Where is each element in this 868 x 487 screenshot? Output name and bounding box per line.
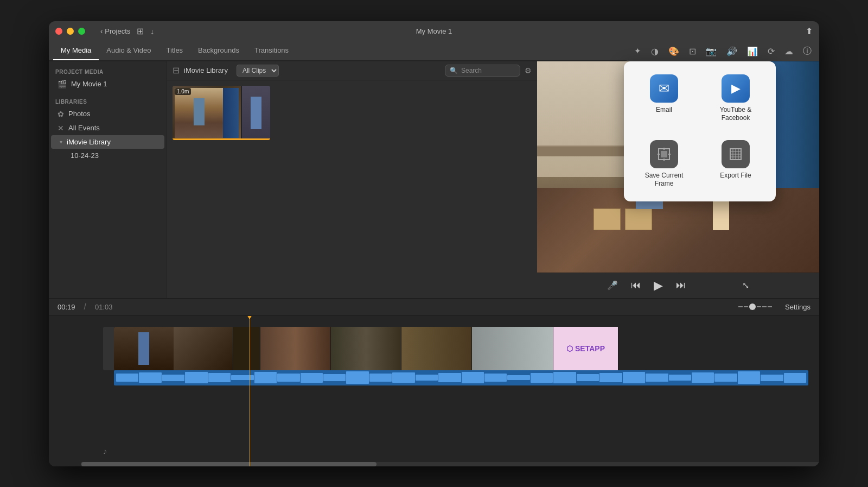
close-button[interactable] [55, 28, 62, 35]
wave-bar [346, 371, 368, 384]
video-track[interactable]: ⬡ SETAPP [114, 327, 808, 370]
back-button[interactable]: ‹ Projects [100, 27, 130, 35]
music-icon-area: ♪ [103, 447, 107, 456]
sidebar-my-movie-label: My Movie 1 [71, 80, 107, 88]
search-input[interactable] [461, 67, 515, 74]
sidebar-item-photos[interactable]: ✿ Photos [51, 107, 164, 121]
search-icon: 🔍 [450, 67, 458, 74]
sidebar-toggle-icon[interactable]: ⊟ [173, 65, 180, 75]
title-bar-right: ⬆ [806, 26, 813, 36]
timeline-header: 00:19 / 01:03 Settings [49, 299, 819, 316]
share-button[interactable]: ⬆ [806, 26, 813, 36]
clip-selection-bar [173, 138, 270, 140]
maximize-button[interactable] [78, 28, 85, 35]
sidebar-item-date[interactable]: 10-24-23 [51, 149, 164, 162]
audio-track [114, 370, 808, 385]
clip-thumbnail[interactable]: 1.0m [173, 86, 270, 140]
overlay-icon[interactable]: ☁ [783, 45, 794, 58]
share-export-label: Export File [720, 172, 751, 180]
color-wheel-icon[interactable]: ◑ [650, 45, 660, 58]
zoom-dash-5 [768, 306, 772, 307]
clip-duration-badge: 1.0m [175, 88, 191, 95]
wave-bar [484, 374, 507, 381]
wave-bar [577, 374, 599, 381]
wave-bar [669, 375, 691, 381]
expand-icon[interactable]: ⤡ [742, 280, 749, 290]
microphone-icon[interactable]: 🎤 [607, 280, 618, 290]
tab-my-media[interactable]: My Media [53, 42, 99, 60]
scrollbar-thumb[interactable] [81, 462, 376, 466]
wave-bar [323, 374, 346, 381]
preview-controls: 🎤 ⏮ ▶ ⏭ ⤡ [537, 273, 819, 298]
audio-waveform [114, 370, 808, 385]
info-icon[interactable]: ⓘ [802, 45, 813, 58]
film-icon: 🎬 [58, 80, 67, 88]
setapp-logo: ⬡ SETAPP [566, 344, 605, 353]
speedometer-icon[interactable]: ⟳ [767, 45, 776, 58]
track-segment-1 [114, 327, 233, 370]
camera-icon[interactable]: 📷 [705, 45, 718, 58]
share-export-option[interactable]: Export File [704, 136, 767, 193]
rewind-button[interactable]: ⏮ [631, 280, 641, 291]
tab-transitions[interactable]: Transitions [247, 42, 296, 60]
wave-bar [714, 374, 737, 382]
down-arrow-icon[interactable]: ↓ [150, 27, 154, 36]
clip-frame-secondary [241, 86, 270, 140]
wave-bar [438, 373, 461, 382]
wave-bar [784, 373, 806, 383]
share-frame-label: Save Current Frame [637, 172, 691, 188]
zoom-dash-3 [757, 306, 761, 307]
photos-icon: ✿ [58, 110, 64, 118]
share-frame-option[interactable]: Save Current Frame [633, 136, 695, 193]
window-controls [55, 28, 85, 35]
svg-rect-1 [661, 151, 667, 157]
horizontal-scrollbar[interactable] [81, 462, 819, 466]
wave-bar [369, 374, 392, 382]
export-svg [728, 147, 743, 162]
toolbar-icons: ✦ ◑ 🎨 ⊡ 📷 🔊 📊 ⟳ ☁ ⓘ [627, 45, 819, 58]
sidebar-item-my-movie[interactable]: 🎬 My Movie 1 [51, 77, 164, 91]
sidebar-imovie-library-label: iMovie Library [67, 138, 111, 146]
track-segment-setapp: ⬡ SETAPP [553, 327, 618, 370]
tab-audio-video[interactable]: Audio & Video [99, 42, 158, 60]
sidebar-item-imovie-library[interactable]: ▾ iMovie Library [51, 135, 164, 149]
share-popup: ✉ Email ▶ YouTube & Facebook [624, 61, 776, 201]
share-email-option[interactable]: ✉ Email [633, 70, 695, 127]
magic-wand-icon[interactable]: ✦ [633, 45, 642, 57]
grid-icon[interactable]: ⊞ [137, 26, 144, 36]
zoom-dash-4 [762, 306, 767, 307]
media-browser-header: ⊟ iMovie Library All Clips 🔍 ⚙ [167, 61, 537, 80]
wave-bar [139, 372, 161, 383]
fast-forward-button[interactable]: ⏭ [676, 280, 686, 291]
gear-icon[interactable]: ⚙ [525, 66, 532, 75]
tab-backgrounds[interactable]: Backgrounds [190, 42, 247, 60]
share-popup-grid: ✉ Email ▶ YouTube & Facebook [633, 70, 767, 193]
wave-bar [738, 371, 760, 384]
timeline-area: 00:19 / 01:03 Settings [49, 298, 819, 466]
sidebar-item-all-events[interactable]: ✕ All Events [51, 121, 164, 135]
playhead-head [247, 316, 252, 319]
settings-button[interactable]: Settings [785, 303, 810, 311]
libraries-header: Libraries [49, 91, 167, 107]
share-youtube-option[interactable]: ▶ YouTube & Facebook [704, 70, 767, 127]
track-handle[interactable] [103, 327, 114, 370]
youtube-facebook-icon: ▶ [722, 74, 750, 103]
wave-bar [208, 373, 231, 382]
palette-icon[interactable]: 🎨 [667, 45, 680, 58]
wave-bar [646, 374, 668, 381]
play-button[interactable]: ▶ [654, 279, 663, 293]
track-segment-2 [233, 327, 260, 370]
minimize-button[interactable] [67, 28, 74, 35]
wave-bar [254, 372, 277, 383]
zoom-handle[interactable] [749, 303, 756, 310]
chart-icon[interactable]: 📊 [746, 45, 759, 58]
audio-icon[interactable]: 🔊 [725, 45, 738, 58]
zoom-bar[interactable] [738, 303, 772, 310]
search-bar[interactable]: 🔍 [445, 65, 520, 77]
timeline-tracks: ⬡ SETAPP [49, 316, 819, 466]
clips-selector[interactable]: All Clips [237, 65, 279, 77]
crop-icon[interactable]: ⊡ [688, 45, 697, 58]
tab-titles[interactable]: Titles [159, 42, 191, 60]
all-events-icon: ✕ [58, 124, 64, 132]
wave-bar [185, 372, 207, 384]
